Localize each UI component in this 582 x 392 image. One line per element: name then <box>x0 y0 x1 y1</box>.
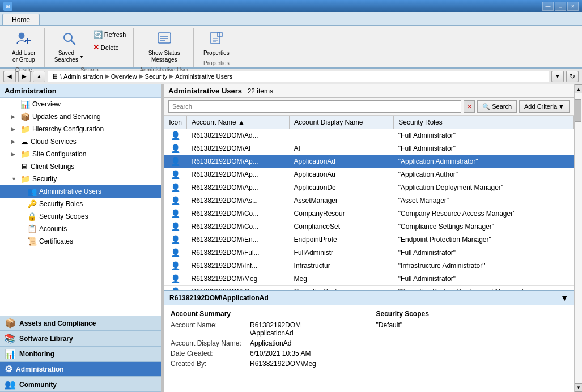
scroll-up-btn[interactable]: ▲ <box>575 84 582 93</box>
row-icon: 👤 <box>164 168 187 181</box>
sidebar-item-overview[interactable]: 📊 Overview <box>0 98 161 110</box>
detail-scope-row: "Default" <box>376 321 568 329</box>
col-header-account-name[interactable]: Account Name ▲ <box>187 116 290 129</box>
table-row[interactable]: 👤R61382192DOM\Ful...FullAdministr"Full A… <box>164 246 574 259</box>
sidebar-section-assets[interactable]: 📦 Assets and Compliance <box>0 316 161 331</box>
nav-path-icon: 🖥 <box>52 73 58 80</box>
table-row[interactable]: 👤R61382192DOM\En...EndpointProte"Endpoin… <box>164 233 574 246</box>
dropdown-nav-button[interactable]: ▼ <box>551 71 564 82</box>
sidebar-section-community[interactable]: 👥 Community <box>0 377 161 392</box>
table-row[interactable]: 👤R61382192DOM\As...AssetManager"Asset Ma… <box>164 194 574 207</box>
sidebar-item-label-sec-roles: Security Roles <box>39 200 83 208</box>
sidebar-item-security-roles[interactable]: 🔑 Security Roles <box>0 198 161 210</box>
table-row[interactable]: 👤R61382192DOM\Ap...ApplicationAd"Applica… <box>164 155 574 168</box>
expand-icon-updates: ▶ <box>11 114 18 120</box>
sidebar-item-updates[interactable]: ▶ 📦 Updates and Servicing <box>0 110 161 123</box>
nav-breadcrumb-4[interactable]: Administrative Users <box>175 73 232 80</box>
sidebar-item-accounts[interactable]: 📋 Accounts <box>0 223 161 235</box>
user-icon: 👤 <box>171 261 180 270</box>
app-icon: ⊞ <box>3 2 12 11</box>
sidebar-section-software[interactable]: 📚 Software Library <box>0 331 161 346</box>
col-header-security-roles[interactable]: Security Roles <box>394 116 574 129</box>
table-row[interactable]: 👤R61382192DOM\Op...OperatingSyst"Operati… <box>164 286 574 291</box>
table-row[interactable]: 👤R61382192DOM\MegMeg"Full Administrator" <box>164 272 574 286</box>
row-security-roles: "Application Deployment Manager" <box>394 181 574 194</box>
row-account-name: R61382192DOM\AI <box>187 142 290 155</box>
row-security-roles: "Operating System Deployment Manager" <box>394 286 574 291</box>
scroll-thumb[interactable] <box>575 99 581 122</box>
up-button[interactable]: ▲ <box>33 71 45 82</box>
search-icon: 🔍 <box>482 103 490 110</box>
sidebar-item-hierarchy[interactable]: ▶ 📁 Hierarchy Configuration <box>0 123 161 135</box>
add-user-group-label: Add User or Group <box>12 50 36 63</box>
security-icon: 📁 <box>20 174 30 184</box>
col-header-display-name[interactable]: Account Display Name <box>290 116 394 129</box>
table-row[interactable]: 👤R61382192DOM\Co...CompanyResour"Company… <box>164 207 574 220</box>
show-status-button[interactable]: Show Status Messages <box>145 28 184 66</box>
sidebar-item-security[interactable]: ▼ 📁 Security <box>0 173 161 185</box>
delete-button[interactable]: ✕ Delete <box>90 41 129 53</box>
properties-icon <box>209 31 224 49</box>
add-user-group-button[interactable]: Add User or Group <box>8 28 40 66</box>
admin-users-table: Icon Account Name ▲ Account Display Name… <box>164 116 574 290</box>
row-security-roles: "Company Resource Access Manager" <box>394 207 574 220</box>
detail-panel-collapse[interactable]: ▼ <box>560 293 568 302</box>
table-row[interactable]: 👤R61382192DOM\Ad..."Full Administrator" <box>164 129 574 142</box>
row-icon: 👤 <box>164 194 187 207</box>
search-button[interactable]: 🔍 Search <box>477 100 517 113</box>
sidebar: Administration 📊 Overview ▶ 📦 Updates an… <box>0 84 162 392</box>
minimize-btn[interactable]: — <box>542 2 554 11</box>
properties-button[interactable]: Properties <box>199 28 233 58</box>
search-btn-label: Search <box>492 103 512 110</box>
sidebar-section-monitoring[interactable]: 📊 Monitoring <box>0 346 161 361</box>
sidebar-item-certificates[interactable]: 📜 Certificates <box>0 235 161 248</box>
table-row[interactable]: 👤R61382192DOM\Co...ComplianceSet"Complia… <box>164 220 574 233</box>
restore-btn[interactable]: □ <box>555 2 566 11</box>
row-display-name: OperatingSyst <box>290 286 394 291</box>
created-by-value: R61382192DOM\Meg <box>250 360 316 368</box>
content-title: Administrative Users <box>168 87 242 95</box>
row-account-name: R61382192DOM\As... <box>187 194 290 207</box>
software-section-label: Software Library <box>19 335 73 343</box>
nav-breadcrumb-2[interactable]: Overview <box>111 73 137 80</box>
vertical-scrollbar[interactable]: ▲ ▼ <box>574 84 582 392</box>
row-display-name: FullAdministr <box>290 246 394 259</box>
sidebar-item-site-config[interactable]: ▶ 📁 Site Configuration <box>0 148 161 160</box>
table-row[interactable]: 👤R61382192DOM\Ap...ApplicationDe"Applica… <box>164 181 574 194</box>
add-criteria-button[interactable]: Add Criteria ▼ <box>519 100 570 113</box>
sidebar-item-label-sec-scopes: Security Scopes <box>39 212 88 220</box>
nav-breadcrumb-3[interactable]: Security <box>145 73 168 80</box>
user-icon: 👤 <box>171 183 180 192</box>
main-area: Administration 📊 Overview ▶ 📦 Updates an… <box>0 84 582 392</box>
table-row[interactable]: 👤R61382192DOM\AIAI"Full Administrator" <box>164 142 574 155</box>
search-clear-button[interactable]: ✕ <box>464 100 475 113</box>
back-button[interactable]: ◀ <box>3 71 16 82</box>
ribbon-group-create: Add User or Group Create <box>3 28 45 67</box>
sidebar-resizer[interactable] <box>162 84 164 392</box>
show-status-icon <box>156 31 172 49</box>
sidebar-item-cloud[interactable]: ▶ ☁ Cloud Services <box>0 135 161 148</box>
certificates-icon: 📜 <box>27 237 37 246</box>
updates-icon: 📦 <box>20 112 30 121</box>
detail-panel-content: Account Summary Account Name: R61382192D… <box>164 305 574 392</box>
close-btn[interactable]: ✕ <box>567 2 579 11</box>
scroll-track[interactable] <box>575 93 582 383</box>
sidebar-item-security-scopes[interactable]: 🔒 Security Scopes <box>0 210 161 223</box>
tab-home[interactable]: Home <box>2 14 40 25</box>
forward-button[interactable]: ▶ <box>18 71 31 82</box>
sidebar-item-admin-users[interactable]: 👥 Administrative Users <box>0 185 161 198</box>
row-security-roles: "Infrastructure Administrator" <box>394 259 574 272</box>
nav-breadcrumb-1[interactable]: Administration <box>63 73 103 80</box>
scroll-down-btn[interactable]: ▼ <box>575 383 582 392</box>
table-row[interactable]: 👤R61382192DOM\Ap...ApplicationAu"Applica… <box>164 168 574 181</box>
refresh-button[interactable]: 🔄 Refresh <box>90 28 129 41</box>
refresh-nav-button[interactable]: ↻ <box>566 71 579 82</box>
sidebar-item-client-settings[interactable]: 🖥 Client Settings <box>0 160 161 173</box>
saved-searches-button[interactable]: Saved Searches ▼ <box>50 28 88 66</box>
table-row[interactable]: 👤R61382192DOM\Inf...Infrastructur"Infras… <box>164 259 574 272</box>
sidebar-item-label-admin-users: Administrative Users <box>39 188 101 195</box>
row-icon: 👤 <box>164 233 187 246</box>
row-account-name: R61382192DOM\Ful... <box>187 246 290 259</box>
sidebar-section-administration[interactable]: ⚙ Administration <box>0 361 161 377</box>
search-input[interactable] <box>168 100 461 113</box>
